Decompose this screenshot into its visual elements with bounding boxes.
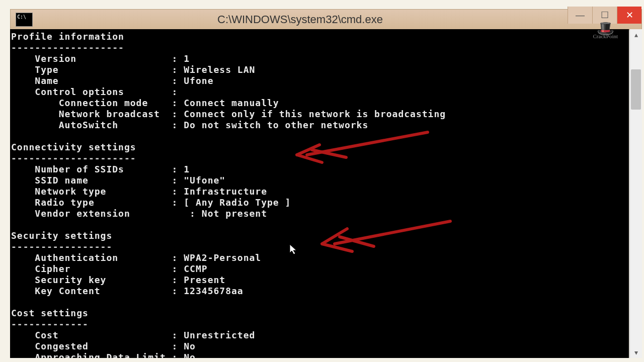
watermark-text: CrackPoint bbox=[593, 33, 618, 39]
scroll-thumb[interactable] bbox=[631, 69, 641, 110]
cmd-icon bbox=[16, 13, 33, 27]
scroll-up-icon[interactable]: ▴ bbox=[630, 29, 642, 40]
scroll-down-icon[interactable]: ▾ bbox=[630, 347, 642, 358]
minimize-button[interactable]: — bbox=[568, 7, 592, 24]
window-titlebar[interactable]: C:\WINDOWS\system32\cmd.exe — ☐ ✕ bbox=[10, 9, 642, 30]
screen: C:\WINDOWS\system32\cmd.exe — ☐ ✕ Profil… bbox=[0, 0, 644, 362]
window-title: C:\WINDOWS\system32\cmd.exe bbox=[33, 13, 568, 26]
close-button[interactable]: ✕ bbox=[617, 7, 641, 24]
watermark-badge: 🎩 CrackPoint bbox=[593, 24, 618, 39]
hat-icon: 🎩 bbox=[593, 24, 618, 33]
mouse-cursor-icon bbox=[289, 244, 298, 255]
terminal-text: Profile information ------------------- … bbox=[10, 29, 629, 358]
terminal-output[interactable]: Profile information ------------------- … bbox=[10, 29, 629, 358]
vertical-scrollbar[interactable]: ▴ ▾ bbox=[629, 29, 642, 358]
